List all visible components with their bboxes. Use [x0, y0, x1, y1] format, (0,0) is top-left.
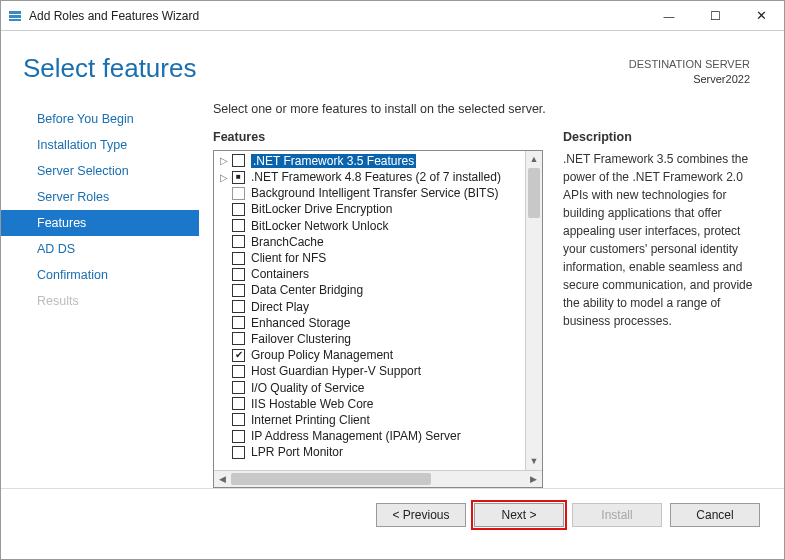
- titlebar: Add Roles and Features Wizard: [1, 1, 784, 31]
- close-button[interactable]: [738, 1, 784, 31]
- horizontal-scrollbar[interactable]: ◀ ▶: [214, 470, 542, 487]
- wizard-step-before-you-begin[interactable]: Before You Begin: [1, 106, 199, 132]
- feature-label[interactable]: IIS Hostable Web Core: [251, 397, 374, 411]
- feature-checkbox[interactable]: [232, 284, 245, 297]
- feature-label[interactable]: .NET Framework 3.5 Features: [251, 154, 416, 168]
- feature-label[interactable]: Internet Printing Client: [251, 413, 370, 427]
- scroll-right-icon[interactable]: ▶: [525, 474, 542, 484]
- feature-label[interactable]: .NET Framework 4.8 Features (2 of 7 inst…: [251, 170, 501, 184]
- feature-row[interactable]: Group Policy Management: [218, 347, 525, 363]
- feature-checkbox[interactable]: [232, 349, 245, 362]
- feature-row[interactable]: LPR Port Monitor: [218, 444, 525, 460]
- svg-rect-1: [9, 15, 21, 18]
- feature-checkbox[interactable]: [232, 268, 245, 281]
- feature-checkbox[interactable]: [232, 413, 245, 426]
- feature-row[interactable]: Host Guardian Hyper-V Support: [218, 363, 525, 379]
- feature-label[interactable]: Client for NFS: [251, 251, 326, 265]
- feature-row[interactable]: BitLocker Drive Encryption: [218, 201, 525, 217]
- destination-name: Server2022: [629, 72, 750, 87]
- feature-checkbox[interactable]: [232, 381, 245, 394]
- wizard-step-ad-ds[interactable]: AD DS: [1, 236, 199, 262]
- vertical-scrollbar[interactable]: ▲ ▼: [525, 151, 542, 470]
- expand-icon[interactable]: ▷: [218, 155, 230, 166]
- instruction-text: Select one or more features to install o…: [213, 102, 760, 116]
- feature-label[interactable]: IP Address Management (IPAM) Server: [251, 429, 461, 443]
- feature-row[interactable]: Client for NFS: [218, 250, 525, 266]
- feature-label[interactable]: Failover Clustering: [251, 332, 351, 346]
- scroll-left-icon[interactable]: ◀: [214, 474, 231, 484]
- svg-rect-0: [9, 11, 21, 14]
- feature-label[interactable]: Host Guardian Hyper-V Support: [251, 364, 421, 378]
- feature-checkbox[interactable]: [232, 300, 245, 313]
- feature-label[interactable]: Enhanced Storage: [251, 316, 350, 330]
- window-title: Add Roles and Features Wizard: [29, 9, 646, 23]
- feature-row[interactable]: IP Address Management (IPAM) Server: [218, 428, 525, 444]
- svg-rect-2: [9, 19, 21, 21]
- feature-label[interactable]: I/O Quality of Service: [251, 381, 364, 395]
- scroll-up-icon[interactable]: ▲: [526, 151, 542, 168]
- feature-checkbox[interactable]: [232, 252, 245, 265]
- scroll-down-icon[interactable]: ▼: [526, 453, 542, 470]
- feature-label[interactable]: BitLocker Drive Encryption: [251, 202, 392, 216]
- next-button[interactable]: Next >: [474, 503, 564, 527]
- feature-row[interactable]: BitLocker Network Unlock: [218, 218, 525, 234]
- description-label: Description: [563, 130, 760, 144]
- feature-checkbox[interactable]: [232, 219, 245, 232]
- feature-row[interactable]: Enhanced Storage: [218, 315, 525, 331]
- feature-checkbox[interactable]: [232, 171, 245, 184]
- page-title: Select features: [23, 53, 629, 84]
- feature-checkbox[interactable]: [232, 203, 245, 216]
- feature-checkbox[interactable]: [232, 187, 245, 200]
- feature-row[interactable]: Failover Clustering: [218, 331, 525, 347]
- wizard-step-results: Results: [1, 288, 199, 314]
- minimize-button[interactable]: [646, 1, 692, 31]
- feature-checkbox[interactable]: [232, 316, 245, 329]
- feature-checkbox[interactable]: [232, 397, 245, 410]
- feature-row[interactable]: I/O Quality of Service: [218, 379, 525, 395]
- feature-label[interactable]: Containers: [251, 267, 309, 281]
- previous-button[interactable]: < Previous: [376, 503, 466, 527]
- wizard-step-server-roles[interactable]: Server Roles: [1, 184, 199, 210]
- wizard-step-server-selection[interactable]: Server Selection: [1, 158, 199, 184]
- feature-row[interactable]: Data Center Bridging: [218, 282, 525, 298]
- wizard-step-confirmation[interactable]: Confirmation: [1, 262, 199, 288]
- feature-label[interactable]: BitLocker Network Unlock: [251, 219, 388, 233]
- footer-buttons: < Previous Next > Install Cancel: [1, 488, 784, 527]
- features-tree: ▷.NET Framework 3.5 Features▷.NET Framew…: [213, 150, 543, 488]
- feature-label[interactable]: BranchCache: [251, 235, 324, 249]
- hscroll-thumb[interactable]: [231, 473, 431, 485]
- scroll-thumb[interactable]: [528, 168, 540, 218]
- feature-checkbox[interactable]: [232, 235, 245, 248]
- feature-label[interactable]: LPR Port Monitor: [251, 445, 343, 459]
- feature-row[interactable]: ▷.NET Framework 3.5 Features: [218, 153, 525, 169]
- install-button: Install: [572, 503, 662, 527]
- feature-label[interactable]: Background Intelligent Transfer Service …: [251, 186, 498, 200]
- wizard-steps: Before You BeginInstallation TypeServer …: [1, 96, 199, 488]
- feature-row[interactable]: Direct Play: [218, 298, 525, 314]
- destination-label: DESTINATION SERVER: [629, 57, 750, 72]
- cancel-button[interactable]: Cancel: [670, 503, 760, 527]
- wizard-step-features[interactable]: Features: [1, 210, 199, 236]
- feature-row[interactable]: IIS Hostable Web Core: [218, 396, 525, 412]
- features-label: Features: [213, 130, 543, 144]
- feature-row[interactable]: Internet Printing Client: [218, 412, 525, 428]
- feature-checkbox[interactable]: [232, 446, 245, 459]
- feature-row[interactable]: Containers: [218, 266, 525, 282]
- feature-label[interactable]: Direct Play: [251, 300, 309, 314]
- description-text: .NET Framework 3.5 combines the power of…: [563, 150, 760, 330]
- feature-checkbox[interactable]: [232, 430, 245, 443]
- expand-icon[interactable]: ▷: [218, 172, 230, 183]
- maximize-button[interactable]: [692, 1, 738, 31]
- destination-server: DESTINATION SERVER Server2022: [629, 57, 750, 88]
- wizard-step-installation-type[interactable]: Installation Type: [1, 132, 199, 158]
- feature-checkbox[interactable]: [232, 154, 245, 167]
- feature-checkbox[interactable]: [232, 365, 245, 378]
- feature-checkbox[interactable]: [232, 332, 245, 345]
- feature-row[interactable]: Background Intelligent Transfer Service …: [218, 185, 525, 201]
- feature-row[interactable]: BranchCache: [218, 234, 525, 250]
- feature-label[interactable]: Data Center Bridging: [251, 283, 363, 297]
- feature-label[interactable]: Group Policy Management: [251, 348, 393, 362]
- feature-row[interactable]: ▷.NET Framework 4.8 Features (2 of 7 ins…: [218, 169, 525, 185]
- server-manager-icon: [7, 8, 23, 24]
